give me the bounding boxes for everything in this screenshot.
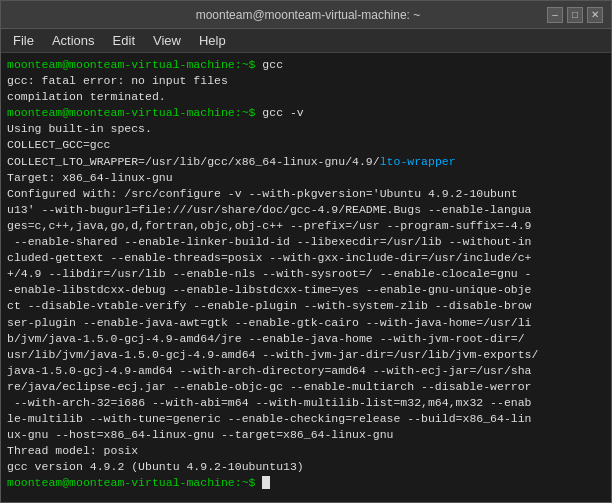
terminal-line: moonteam@moonteam-virtual-machine:~$ gcc bbox=[7, 57, 605, 73]
output-line: usr/lib/jvm/java-1.5.0-gcj-4.9-amd64 --w… bbox=[7, 347, 605, 363]
output-line: b/jvm/java-1.5.0-gcj-4.9-amd64/jre --ena… bbox=[7, 331, 605, 347]
menu-item-file[interactable]: File bbox=[5, 31, 42, 50]
output-line: gcc version 4.9.2 (Ubuntu 4.9.2-10ubuntu… bbox=[7, 459, 605, 475]
command-text: gcc -v bbox=[262, 106, 303, 119]
output-line: ct --disable-vtable-verify --enable-plug… bbox=[7, 298, 605, 314]
output-line: compilation terminated. bbox=[7, 89, 605, 105]
terminal-line: COLLECT_LTO_WRAPPER=/usr/lib/gcc/x86_64-… bbox=[7, 154, 605, 170]
menu-bar: FileActionsEditViewHelp bbox=[1, 29, 611, 53]
output-line: ges=c,c++,java,go,d,fortran,objc,obj-c++… bbox=[7, 218, 605, 234]
prompt-text: moonteam@moonteam-virtual-machine:~$ bbox=[7, 106, 262, 119]
output-line: u13' --with-bugurl=file:///usr/share/doc… bbox=[7, 202, 605, 218]
title-bar: moonteam@moonteam-virtual-machine: ~ – □… bbox=[1, 1, 611, 29]
menu-item-actions[interactable]: Actions bbox=[44, 31, 103, 50]
output-line: ser-plugin --enable-java-awt=gtk --enabl… bbox=[7, 315, 605, 331]
output-line: java-1.5.0-gcj-4.9-amd64 --with-arch-dir… bbox=[7, 363, 605, 379]
output-line: Target: x86_64-linux-gnu bbox=[7, 170, 605, 186]
output-line: +/4.9 --libdir=/usr/lib --enable-nls --w… bbox=[7, 266, 605, 282]
highlighted-text: lto-wrapper bbox=[380, 155, 456, 168]
output-line: -enable-libstdcxx-debug --enable-libstdc… bbox=[7, 282, 605, 298]
output-line: Thread model: posix bbox=[7, 443, 605, 459]
output-line: gcc: fatal error: no input files bbox=[7, 73, 605, 89]
output-line: ux-gnu --host=x86_64-linux-gnu --target=… bbox=[7, 427, 605, 443]
menu-item-view[interactable]: View bbox=[145, 31, 189, 50]
output-line: Using built-in specs. bbox=[7, 121, 605, 137]
output-line: Configured with: /src/configure -v --wit… bbox=[7, 186, 605, 202]
menu-item-help[interactable]: Help bbox=[191, 31, 234, 50]
menu-item-edit[interactable]: Edit bbox=[105, 31, 143, 50]
terminal-body[interactable]: moonteam@moonteam-virtual-machine:~$ gcc… bbox=[1, 53, 611, 502]
window-title: moonteam@moonteam-virtual-machine: ~ bbox=[69, 8, 547, 22]
command-text: gcc bbox=[262, 58, 283, 71]
prompt-text: moonteam@moonteam-virtual-machine:~$ bbox=[7, 58, 262, 71]
maximize-button[interactable]: □ bbox=[567, 7, 583, 23]
output-line: cluded-gettext --enable-threads=posix --… bbox=[7, 250, 605, 266]
prompt-text: moonteam@moonteam-virtual-machine:~$ bbox=[7, 476, 262, 489]
terminal-line: moonteam@moonteam-virtual-machine:~$ gcc… bbox=[7, 105, 605, 121]
output-line: le-multilib --with-tune=generic --enable… bbox=[7, 411, 605, 427]
window-controls: – □ ✕ bbox=[547, 7, 603, 23]
terminal-line: moonteam@moonteam-virtual-machine:~$ bbox=[7, 475, 605, 491]
cursor bbox=[262, 476, 270, 489]
output-line: --with-arch-32=i686 --with-abi=m64 --wit… bbox=[7, 395, 605, 411]
output-text: COLLECT_LTO_WRAPPER=/usr/lib/gcc/x86_64-… bbox=[7, 155, 380, 168]
terminal-window: moonteam@moonteam-virtual-machine: ~ – □… bbox=[0, 0, 612, 503]
output-line: re/java/eclipse-ecj.jar --enable-objc-gc… bbox=[7, 379, 605, 395]
minimize-button[interactable]: – bbox=[547, 7, 563, 23]
output-line: COLLECT_GCC=gcc bbox=[7, 137, 605, 153]
output-line: --enable-shared --enable-linker-build-id… bbox=[7, 234, 605, 250]
close-button[interactable]: ✕ bbox=[587, 7, 603, 23]
